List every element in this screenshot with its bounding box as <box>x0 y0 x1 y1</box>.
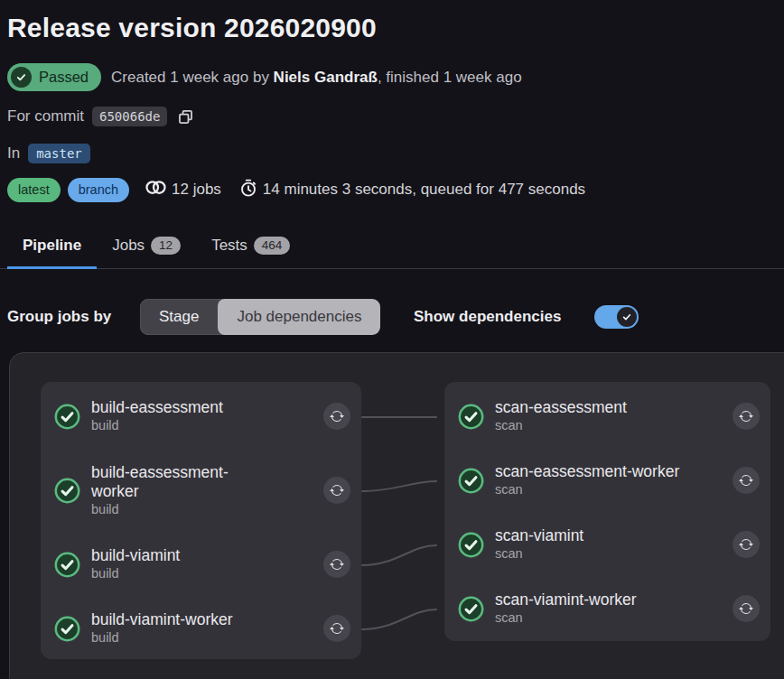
tab-tests-label: Tests <box>211 237 247 255</box>
status-badge-label: Passed <box>39 69 89 86</box>
link-icon <box>145 181 166 199</box>
ref-label: In <box>7 144 20 163</box>
tab-pipeline[interactable]: Pipeline <box>7 222 97 268</box>
retry-job-button[interactable] <box>733 403 760 430</box>
job-name[interactable]: scan-viamint-worker <box>495 591 637 609</box>
passed-check-icon <box>11 67 32 88</box>
status-row: Passed Created 1 week ago by Niels Gandr… <box>7 63 522 91</box>
job-name[interactable]: build-viamint-worker <box>91 610 233 629</box>
retry-job-button[interactable] <box>323 615 350 642</box>
commit-row: For commit 650066de <box>7 105 194 128</box>
check-circle-icon <box>458 468 484 494</box>
retry-job-button[interactable] <box>323 551 350 578</box>
status-badge: Passed <box>7 63 101 91</box>
page-title: Release version 2026020900 <box>7 13 377 43</box>
ref-row: In master <box>7 142 90 165</box>
job-row[interactable]: build-eassessment build <box>54 396 350 436</box>
retry-job-button[interactable] <box>323 403 350 430</box>
commit-label: For commit <box>7 107 84 126</box>
job-row[interactable]: scan-eassessment-worker scan <box>458 460 760 500</box>
graph-controls: Group jobs by Stage Job dependencies Sho… <box>0 299 784 335</box>
retry-job-button[interactable] <box>323 477 350 504</box>
jobs-count-label: 12 jobs <box>172 181 221 199</box>
retry-job-button[interactable] <box>733 467 760 494</box>
check-circle-icon <box>54 552 80 578</box>
segment-stage[interactable]: Stage <box>140 299 218 335</box>
tab-jobs[interactable]: Jobs 12 <box>97 222 196 268</box>
job-stage: build <box>91 629 233 646</box>
job-group-scan: scan-eassessment scan scan-eassessment-w… <box>444 382 770 641</box>
created-prefix: Created 1 week ago by <box>111 69 274 86</box>
job-row[interactable]: build-viamint-worker build <box>54 609 350 648</box>
job-group-build: build-eassessment build build-eassessmen… <box>41 382 361 659</box>
show-dependencies-label: Show dependencies <box>414 299 561 335</box>
check-circle-icon <box>54 616 80 642</box>
retry-job-button[interactable] <box>733 531 760 558</box>
check-circle-icon <box>458 532 484 558</box>
group-by-segmented-control: Stage Job dependencies <box>140 299 380 335</box>
tab-tests[interactable]: Tests 464 <box>196 222 305 268</box>
branch-type-badge: branch <box>68 178 129 202</box>
job-row[interactable]: build-viamint build <box>54 544 350 584</box>
tab-tests-count: 464 <box>254 237 291 255</box>
commit-sha-link[interactable]: 650066de <box>92 107 167 126</box>
copy-icon[interactable] <box>177 108 194 126</box>
duration-label: 14 minutes 3 seconds, queued for 477 sec… <box>263 181 585 199</box>
job-row[interactable]: scan-eassessment scan <box>458 396 760 436</box>
segment-job-dependencies[interactable]: Job dependencies <box>218 299 380 335</box>
job-stage: build <box>91 565 180 582</box>
latest-badge: latest <box>7 178 61 202</box>
check-circle-icon <box>458 404 484 430</box>
job-name[interactable]: scan-viamint <box>495 526 583 545</box>
show-dependencies-toggle[interactable] <box>594 305 639 329</box>
job-stage: scan <box>495 417 627 434</box>
tab-pipeline-label: Pipeline <box>23 237 81 255</box>
pipeline-graph: build-eassessment build build-eassessmen… <box>9 352 784 679</box>
tab-jobs-count: 12 <box>151 237 181 255</box>
jobs-count: 12 jobs <box>145 181 221 199</box>
job-stage: build <box>91 501 263 518</box>
retry-job-button[interactable] <box>733 595 760 622</box>
check-circle-icon <box>54 404 80 430</box>
pipeline-tabs: Pipeline Jobs 12 Tests 464 <box>0 222 784 269</box>
job-name[interactable]: build-viamint <box>91 546 180 565</box>
job-name[interactable]: build-eassessment-worker <box>91 463 263 501</box>
tab-jobs-label: Jobs <box>112 237 145 255</box>
duration: 14 minutes 3 seconds, queued for 477 sec… <box>239 179 585 201</box>
created-suffix: , finished 1 week ago <box>378 69 522 86</box>
check-circle-icon <box>458 596 484 622</box>
job-stage: scan <box>495 545 583 563</box>
branch-link[interactable]: master <box>28 144 90 163</box>
job-name[interactable]: scan-eassessment <box>495 398 627 417</box>
meta-row: latest branch 12 jobs 14 minutes 3 secon… <box>7 177 585 202</box>
toggle-knob <box>617 307 637 327</box>
timer-icon <box>239 179 257 201</box>
job-stage: scan <box>495 481 679 498</box>
job-row[interactable]: scan-viamint-worker scan <box>458 589 760 628</box>
created-text: Created 1 week ago by Niels Gandraß, fin… <box>111 69 522 87</box>
check-circle-icon <box>54 478 80 504</box>
job-row[interactable]: build-eassessment-worker build <box>54 461 350 519</box>
group-jobs-by-label: Group jobs by <box>7 299 111 335</box>
job-stage: scan <box>495 609 637 627</box>
job-stage: build <box>91 417 223 434</box>
job-row[interactable]: scan-viamint scan <box>458 525 760 564</box>
job-name[interactable]: build-eassessment <box>91 398 223 417</box>
job-name[interactable]: scan-eassessment-worker <box>495 462 679 481</box>
author-link[interactable]: Niels Gandraß <box>274 69 378 86</box>
